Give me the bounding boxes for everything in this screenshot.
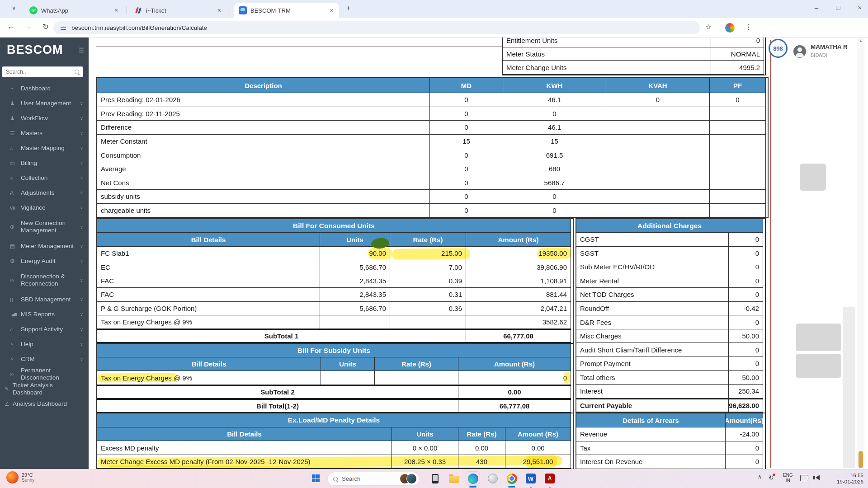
site-settings-icon[interactable] [61,26,66,30]
table-cell: FC Slab1 [97,247,320,260]
maximize-button[interactable]: □ [831,4,845,11]
sidebar-item-analysis-dashboard[interactable]: ∠Analysis Dashboard [0,396,89,411]
weather-widget[interactable]: 29°C Sunny [6,471,34,483]
user-avatar-icon[interactable] [793,45,806,58]
scrollbar[interactable]: ▲ [857,38,864,469]
sidebar-item-energy-audit[interactable]: ⚙Energy Audit∨ [0,253,89,268]
address-bar[interactable]: bescom.trm.ieasybill.com/BillGeneration/… [53,21,700,34]
taskbar-app-word[interactable]: W [524,471,538,486]
sidebar-item-crm[interactable]: ◔CRM∨ [0,352,89,366]
browser-window: ∨ ☏ WhatsApp × i~Ticket × BESCOM-TRM × +… [0,0,868,488]
tray-chevron-up-icon[interactable]: ∧ [758,474,762,480]
sidebar-search-input[interactable] [5,68,75,75]
close-tab-icon[interactable]: × [217,7,222,14]
column-header: Amount (Rs) [466,233,571,247]
back-button[interactable]: ← [5,22,17,31]
charge-value: 0 [729,288,763,302]
sidebar-item-billing[interactable]: ▭Billing∨ [0,155,89,170]
tab-whatsapp[interactable]: ☏ WhatsApp × [25,3,123,18]
sidebar-item-sbd-management[interactable]: ▯SBD Management∨ [0,292,89,307]
reload-button[interactable]: ↻ [40,22,52,32]
tab-strip: ∨ ☏ WhatsApp × i~Ticket × BESCOM-TRM × +… [0,0,868,18]
sidebar-item-master-mapping[interactable]: ∴Master Mapping∨ [0,141,89,155]
table-cell: 5,686.70 [320,302,390,315]
speaker-icon[interactable] [816,475,820,480]
taskbar-app-acrobat[interactable]: A [542,471,557,486]
sidebar-item-vigilance[interactable]: vĸVigilance∨ [0,200,89,215]
clock[interactable]: 16:55 19-01-2026 [837,472,863,485]
taskbar-search[interactable]: Search [327,472,420,486]
sync-icon[interactable]: ↻ [769,474,774,481]
sidebar-item-masters[interactable]: ☰Masters∨ [0,126,89,141]
taskbar-app-browser-grey[interactable] [486,471,500,486]
table-cell: 3582.62 [466,315,571,329]
url-text[interactable]: bescom.trm.ieasybill.com/BillGeneration/… [71,24,207,31]
taskbar-app-chrome[interactable] [505,471,519,486]
charge-label: Audit Short Cliam/Tariff Difference [576,343,729,357]
tab-iticket[interactable]: i~Ticket × [131,3,226,18]
sidebar-item-adjustments[interactable]: AAdjustments∨ [0,185,89,200]
sidebar-item-ticket-analysis-dashboard[interactable]: ✎Ticket Analysis Dashboard [0,381,89,396]
status-badge: 898 [769,39,788,58]
taskbar-app-edge[interactable] [466,471,480,486]
tab-bescom-trm-active[interactable]: BESCOM-TRM × [234,3,339,18]
user-location: BIDADI [811,52,827,58]
table-cell: Tax on Energy Charges @ 9% [97,371,321,385]
tab-search-icon[interactable]: ∨ [12,5,16,11]
charge-value: 0 [729,260,763,274]
sidebar-item-help[interactable]: ◔Help∨ [0,337,89,352]
table-cell [606,148,710,162]
browser-profile-avatar[interactable] [725,23,735,33]
hamburger-icon[interactable]: ☰ [78,47,84,54]
sidebar-item-disconnection-reconnection[interactable]: ∞Disconnection & Reconnection∨ [0,268,89,292]
table-cell [320,315,390,329]
scrollbar-thumb[interactable] [859,451,863,468]
table-cell: 0.31 [390,288,466,301]
charge-value: 0 [729,233,763,247]
table-cell: 208.25 × 0.33 [392,455,458,469]
table-cell: 5,686.70 [320,260,390,274]
table-cell: 0 [430,190,503,204]
language-indicator[interactable]: ENG IN [783,473,793,483]
sidebar-item-support-activity[interactable]: ∩Support Activity∨ [0,322,89,337]
close-tab-icon[interactable]: × [329,7,335,14]
scroll-up-arrow[interactable]: ▲ [857,39,864,43]
sidebar-item-mis-reports[interactable]: ▁▄▆MIS Reports∨ [0,307,89,322]
chevron-down-icon: ∨ [80,190,83,195]
bookmark-star-icon[interactable]: ☆ [705,23,712,31]
sidebar-item-permanent-disconnection[interactable]: ∞Permanent Disconnection [0,366,89,381]
sidebar-item-collection[interactable]: ≡Collection∨ [0,170,89,185]
iticket-icon [135,7,142,14]
brand-logo: BESCOM [7,43,63,57]
sidebar-item-workflow[interactable]: ♟WorkFlow∨ [0,111,89,126]
penalty-table: Ex.Load/MD Penalty Details Bill Details … [96,413,574,469]
forward-button[interactable]: → [23,22,34,31]
table-cell: 680 [503,162,606,176]
sidebar-item-new-connection-management[interactable]: ⊕New Connection Management∨ [0,215,89,239]
new-tab-button[interactable]: + [346,4,350,12]
close-window-button[interactable]: × [853,4,867,11]
chrome-icon [507,474,517,484]
display-icon[interactable] [800,475,808,481]
taskbar-app-device[interactable] [428,471,442,486]
table-title: Additional Charges [576,219,763,233]
chevron-down-icon: ∨ [80,312,83,317]
sidebar-item-user-management[interactable]: ♟User Management∨ [0,96,89,111]
taskbar-app-explorer[interactable] [447,471,461,486]
column-header: Bill Details [97,427,392,441]
table-title: Ex.Load/MD Penalty Details [97,413,571,427]
close-tab-icon[interactable]: × [113,7,119,14]
browser-menu-icon[interactable]: ⋮ [745,23,752,31]
sidebar-item-dashboard[interactable]: ◔Dashboard [0,81,89,96]
weather-icon [6,471,19,483]
minimize-button[interactable]: – [810,4,823,11]
sidebar-search[interactable] [2,66,83,77]
meter-info-table: Entitlement Units 0 Meter Status NORMAL … [502,38,766,75]
start-button[interactable] [312,474,320,482]
sidebar-item-meter-management[interactable]: ▤Meter Management∨ [0,239,89,253]
tray-time: 16:55 [837,472,863,479]
meter-info-value: 0 [711,38,764,47]
column-header: Description [97,78,430,93]
arrears-table: Details of Arrears Amount(Rs) Revenue -2… [576,413,766,469]
charge-label: D&R Fees [576,315,729,329]
